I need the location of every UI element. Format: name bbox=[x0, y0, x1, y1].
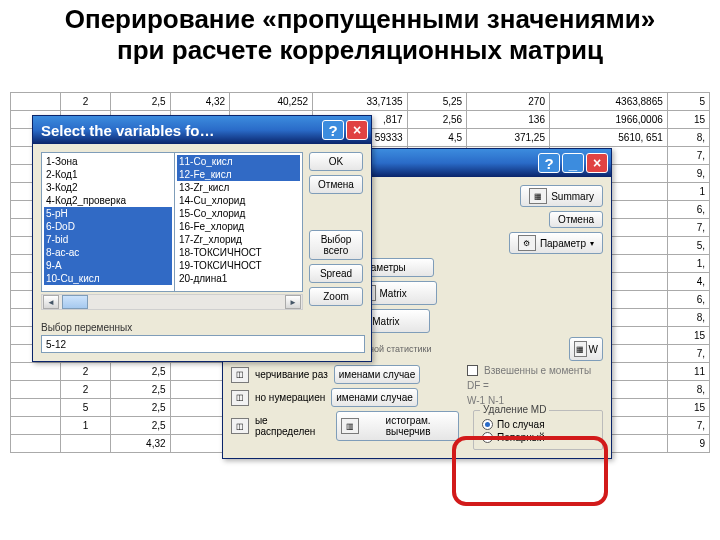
list-item[interactable]: 20-длина1 bbox=[177, 272, 300, 285]
chevron-down-icon: ▾ bbox=[590, 239, 594, 248]
list-item[interactable]: 9-A bbox=[44, 259, 172, 272]
df-label: DF = bbox=[467, 380, 489, 391]
names-button-1[interactable]: именами случае bbox=[331, 388, 418, 407]
w-icon: ▦ bbox=[574, 341, 587, 357]
select-variables-dialog: Select the variables fo… ? × 1-Зона2-Код… bbox=[32, 115, 372, 362]
list-item[interactable]: 10-Cu_кисл bbox=[44, 272, 172, 285]
weighted-label: Взвешенны е моменты bbox=[484, 365, 591, 376]
list-item[interactable]: 2-Код1 bbox=[44, 168, 172, 181]
list-item[interactable]: 11-Co_кисл bbox=[177, 155, 300, 168]
ok-button[interactable]: OK bbox=[309, 152, 363, 171]
list-item[interactable]: 3-Код2 bbox=[44, 181, 172, 194]
list-item[interactable]: 18-ТОКСИЧНОСТ bbox=[177, 246, 300, 259]
list-item[interactable]: 16-Fe_хлорид bbox=[177, 220, 300, 233]
md-deletion-group: Удаление MD По случая Попарный bbox=[473, 410, 603, 450]
summary-button[interactable]: ▦Summary bbox=[520, 185, 603, 207]
md-legend: Удаление MD bbox=[480, 404, 549, 415]
zoom-button[interactable]: Zoom bbox=[309, 287, 363, 306]
list-item[interactable]: 19-ТОКСИЧНОСТ bbox=[177, 259, 300, 272]
scroll-left-icon[interactable]: ◄ bbox=[43, 295, 59, 309]
list-item[interactable]: 15-Co_хлорид bbox=[177, 207, 300, 220]
chart-icon: ◫ bbox=[231, 367, 249, 383]
list-item[interactable]: 17-Zr_хлорид bbox=[177, 233, 300, 246]
cancel-button[interactable]: Отмена bbox=[309, 175, 363, 194]
list-item[interactable]: 6-DoD bbox=[44, 220, 172, 233]
list-item[interactable]: 8-ac-ac bbox=[44, 246, 172, 259]
weighted-checkbox[interactable] bbox=[467, 365, 478, 376]
list-item[interactable]: 1-Зона bbox=[44, 155, 172, 168]
names-button-0[interactable]: именами случае bbox=[334, 365, 421, 384]
spread-button[interactable]: Spread bbox=[309, 264, 363, 283]
list-scrollbar[interactable]: ◄ ► bbox=[41, 294, 303, 310]
row-item-4: ые распределен bbox=[255, 415, 330, 437]
hist-icon: ▥ bbox=[341, 418, 359, 434]
select-all-button[interactable]: Выбор всего bbox=[309, 230, 363, 260]
chart-icon: ◫ bbox=[231, 390, 249, 406]
variable-list-left[interactable]: 1-Зона2-Код13-Код24-Код2_проверка5-pH6-D… bbox=[41, 152, 175, 292]
param-dropdown[interactable]: ⚙Параметр ▾ bbox=[509, 232, 603, 254]
help-icon[interactable]: ? bbox=[538, 153, 560, 173]
list-item[interactable]: 12-Fe_кисл bbox=[177, 168, 300, 181]
md-radio-casewise[interactable]: По случая bbox=[482, 419, 594, 430]
row-item-0: черчивание раз bbox=[255, 369, 328, 380]
close-icon[interactable]: × bbox=[346, 120, 368, 140]
radio-icon bbox=[482, 419, 493, 430]
close-icon[interactable]: × bbox=[586, 153, 608, 173]
cancel-button-dlg2[interactable]: Отмена bbox=[549, 211, 603, 228]
list-item[interactable]: 13-Zr_кисл bbox=[177, 181, 300, 194]
list-item[interactable]: 14-Cu_хлорид bbox=[177, 194, 300, 207]
vars-label: Выбор переменных bbox=[33, 318, 371, 335]
md-radio-pairwise[interactable]: Попарный bbox=[482, 432, 594, 443]
variable-list-right[interactable]: 11-Co_кисл12-Fe_кисл13-Zr_кисл14-Cu_хлор… bbox=[175, 152, 303, 292]
w-button[interactable]: ▦W bbox=[569, 337, 603, 361]
list-item[interactable]: 5-pH bbox=[44, 207, 172, 220]
scroll-right-icon[interactable]: ► bbox=[285, 295, 301, 309]
dlg1-title-text: Select the variables fo… bbox=[41, 122, 214, 139]
slide-title: Оперирование «пропущенными значениями» п… bbox=[0, 0, 720, 72]
row-item-2: но нумерациен bbox=[255, 392, 325, 403]
gear-icon: ⚙ bbox=[518, 235, 536, 251]
dlg1-titlebar[interactable]: Select the variables fo… ? × bbox=[33, 116, 371, 144]
variable-range-input[interactable] bbox=[41, 335, 365, 353]
grid-icon: ▦ bbox=[529, 188, 547, 204]
list-item[interactable]: 7-bid bbox=[44, 233, 172, 246]
histogram-button[interactable]: ▥истограм. вычерчив bbox=[336, 411, 459, 441]
list-item[interactable]: 4-Код2_проверка bbox=[44, 194, 172, 207]
minimize-icon[interactable]: _ bbox=[562, 153, 584, 173]
chart-icon: ◫ bbox=[231, 418, 249, 434]
radio-icon bbox=[482, 432, 493, 443]
scroll-thumb[interactable] bbox=[62, 295, 88, 309]
help-icon[interactable]: ? bbox=[322, 120, 344, 140]
